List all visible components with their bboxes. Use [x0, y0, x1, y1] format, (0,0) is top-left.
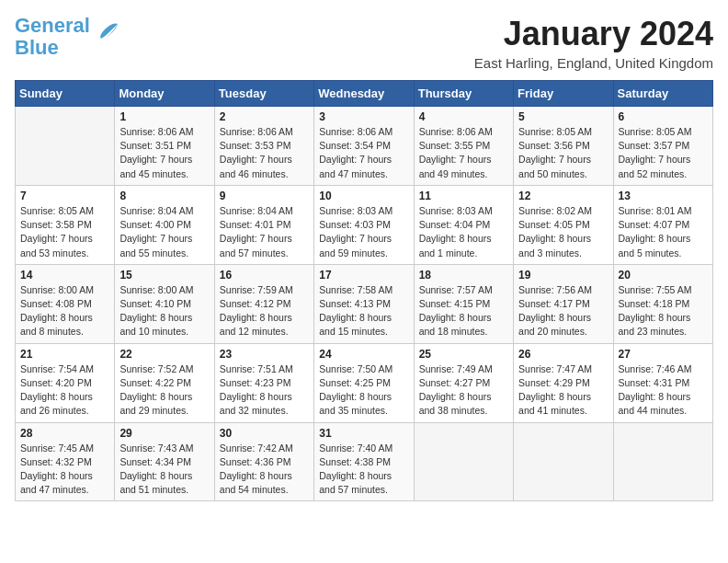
- day-info: Sunrise: 8:02 AMSunset: 4:05 PMDaylight:…: [518, 204, 608, 260]
- day-info: Sunrise: 7:47 AMSunset: 4:29 PMDaylight:…: [518, 362, 608, 419]
- day-number: 19: [518, 269, 608, 282]
- logo-bird-icon: [92, 20, 121, 46]
- table-row: 31 Sunrise: 7:40 AMSunset: 4:38 PMDaylig…: [314, 422, 414, 501]
- table-row: 6 Sunrise: 8:05 AMSunset: 3:57 PMDayligh…: [613, 107, 712, 186]
- table-row: 26 Sunrise: 7:47 AMSunset: 4:29 PMDaylig…: [514, 343, 613, 422]
- day-info: Sunrise: 8:00 AMSunset: 4:08 PMDaylight:…: [20, 283, 109, 339]
- day-info: Sunrise: 7:46 AMSunset: 4:31 PMDaylight:…: [619, 362, 708, 419]
- logo-text: GeneralBlue: [15, 15, 90, 59]
- day-info: Sunrise: 8:06 AMSunset: 3:53 PMDaylight:…: [220, 125, 309, 181]
- day-number: 29: [119, 427, 209, 440]
- col-sunday: Sunday: [16, 81, 115, 107]
- table-row: 19 Sunrise: 7:56 AMSunset: 4:17 PMDaylig…: [514, 264, 613, 343]
- day-info: Sunrise: 8:05 AMSunset: 3:56 PMDaylight:…: [518, 125, 608, 181]
- table-row: [514, 422, 613, 501]
- col-wednesday: Wednesday: [314, 81, 414, 107]
- day-info: Sunrise: 8:04 AMSunset: 4:01 PMDaylight:…: [220, 204, 309, 260]
- col-saturday: Saturday: [613, 81, 712, 107]
- table-row: 27 Sunrise: 7:46 AMSunset: 4:31 PMDaylig…: [613, 343, 712, 422]
- day-info: Sunrise: 8:03 AMSunset: 4:03 PMDaylight:…: [319, 204, 408, 260]
- day-info: Sunrise: 8:05 AMSunset: 3:57 PMDaylight:…: [619, 125, 708, 181]
- day-info: Sunrise: 7:50 AMSunset: 4:25 PMDaylight:…: [319, 362, 408, 419]
- calendar-week-row: 7 Sunrise: 8:05 AMSunset: 3:58 PMDayligh…: [16, 185, 713, 264]
- day-number: 25: [419, 348, 508, 361]
- day-info: Sunrise: 8:06 AMSunset: 3:51 PMDaylight:…: [119, 125, 209, 181]
- day-info: Sunrise: 7:43 AMSunset: 4:34 PMDaylight:…: [119, 442, 209, 498]
- day-number: 3: [319, 110, 408, 123]
- day-number: 9: [220, 190, 309, 202]
- table-row: 3 Sunrise: 8:06 AMSunset: 3:54 PMDayligh…: [314, 107, 414, 186]
- table-row: 9 Sunrise: 8:04 AMSunset: 4:01 PMDayligh…: [214, 185, 313, 264]
- table-row: 7 Sunrise: 8:05 AMSunset: 3:58 PMDayligh…: [16, 185, 115, 264]
- day-number: 30: [220, 427, 309, 440]
- table-row: 30 Sunrise: 7:42 AMSunset: 4:36 PMDaylig…: [214, 422, 313, 501]
- table-row: 1 Sunrise: 8:06 AMSunset: 3:51 PMDayligh…: [115, 107, 214, 186]
- table-row: 5 Sunrise: 8:05 AMSunset: 3:56 PMDayligh…: [514, 107, 613, 186]
- day-number: 24: [319, 348, 408, 361]
- day-number: 8: [119, 190, 209, 202]
- col-friday: Friday: [514, 81, 613, 107]
- day-info: Sunrise: 7:58 AMSunset: 4:13 PMDaylight:…: [319, 283, 408, 339]
- col-monday: Monday: [115, 81, 214, 107]
- day-number: 2: [220, 110, 309, 123]
- calendar-week-row: 28 Sunrise: 7:45 AMSunset: 4:32 PMDaylig…: [16, 422, 713, 501]
- day-number: 21: [20, 348, 109, 361]
- day-info: Sunrise: 7:45 AMSunset: 4:32 PMDaylight:…: [20, 442, 109, 498]
- calendar-table: Sunday Monday Tuesday Wednesday Thursday…: [15, 80, 713, 501]
- calendar-week-row: 21 Sunrise: 7:54 AMSunset: 4:20 PMDaylig…: [16, 343, 713, 422]
- day-number: 20: [619, 269, 708, 282]
- day-info: Sunrise: 7:49 AMSunset: 4:27 PMDaylight:…: [419, 362, 508, 419]
- calendar-header-row: Sunday Monday Tuesday Wednesday Thursday…: [16, 81, 713, 107]
- day-info: Sunrise: 8:03 AMSunset: 4:04 PMDaylight:…: [419, 204, 508, 260]
- table-row: 29 Sunrise: 7:43 AMSunset: 4:34 PMDaylig…: [115, 422, 214, 501]
- calendar-week-row: 14 Sunrise: 8:00 AMSunset: 4:08 PMDaylig…: [16, 264, 713, 343]
- table-row: 2 Sunrise: 8:06 AMSunset: 3:53 PMDayligh…: [214, 107, 313, 186]
- table-row: [613, 422, 712, 501]
- page-container: GeneralBlue January 2024 East Harling, E…: [15, 15, 713, 501]
- table-row: 25 Sunrise: 7:49 AMSunset: 4:27 PMDaylig…: [414, 343, 513, 422]
- table-row: 23 Sunrise: 7:51 AMSunset: 4:23 PMDaylig…: [214, 343, 313, 422]
- day-number: 26: [518, 348, 608, 361]
- table-row: 11 Sunrise: 8:03 AMSunset: 4:04 PMDaylig…: [414, 185, 513, 264]
- col-thursday: Thursday: [414, 81, 513, 107]
- day-info: Sunrise: 7:42 AMSunset: 4:36 PMDaylight:…: [220, 442, 309, 498]
- day-number: 11: [419, 190, 508, 202]
- table-row: 21 Sunrise: 7:54 AMSunset: 4:20 PMDaylig…: [16, 343, 115, 422]
- table-row: 13 Sunrise: 8:01 AMSunset: 4:07 PMDaylig…: [613, 185, 712, 264]
- day-number: 12: [518, 190, 608, 202]
- title-block: January 2024 East Harling, England, Unit…: [474, 15, 713, 71]
- day-info: Sunrise: 7:40 AMSunset: 4:38 PMDaylight:…: [319, 442, 408, 498]
- table-row: 24 Sunrise: 7:50 AMSunset: 4:25 PMDaylig…: [314, 343, 414, 422]
- day-number: 18: [419, 269, 508, 282]
- table-row: 8 Sunrise: 8:04 AMSunset: 4:00 PMDayligh…: [115, 185, 214, 264]
- location: East Harling, England, United Kingdom: [474, 55, 713, 71]
- day-number: 1: [119, 110, 209, 123]
- table-row: 16 Sunrise: 7:59 AMSunset: 4:12 PMDaylig…: [214, 264, 313, 343]
- day-info: Sunrise: 7:56 AMSunset: 4:17 PMDaylight:…: [518, 283, 608, 339]
- day-number: 6: [619, 110, 708, 123]
- table-row: 22 Sunrise: 7:52 AMSunset: 4:22 PMDaylig…: [115, 343, 214, 422]
- day-info: Sunrise: 8:06 AMSunset: 3:55 PMDaylight:…: [419, 125, 508, 181]
- table-row: 20 Sunrise: 7:55 AMSunset: 4:18 PMDaylig…: [613, 264, 712, 343]
- day-info: Sunrise: 7:51 AMSunset: 4:23 PMDaylight:…: [220, 362, 309, 419]
- table-row: 4 Sunrise: 8:06 AMSunset: 3:55 PMDayligh…: [414, 107, 513, 186]
- day-number: 28: [20, 427, 109, 440]
- day-number: 10: [319, 190, 408, 202]
- logo: GeneralBlue: [15, 15, 121, 59]
- day-number: 16: [220, 269, 309, 282]
- day-number: 15: [119, 269, 209, 282]
- day-number: 27: [619, 348, 708, 361]
- day-info: Sunrise: 8:06 AMSunset: 3:54 PMDaylight:…: [319, 125, 408, 181]
- table-row: 17 Sunrise: 7:58 AMSunset: 4:13 PMDaylig…: [314, 264, 414, 343]
- day-info: Sunrise: 7:59 AMSunset: 4:12 PMDaylight:…: [220, 283, 309, 339]
- day-info: Sunrise: 8:05 AMSunset: 3:58 PMDaylight:…: [20, 204, 109, 260]
- day-info: Sunrise: 8:01 AMSunset: 4:07 PMDaylight:…: [619, 204, 708, 260]
- day-number: 17: [319, 269, 408, 282]
- table-row: 15 Sunrise: 8:00 AMSunset: 4:10 PMDaylig…: [115, 264, 214, 343]
- calendar-week-row: 1 Sunrise: 8:06 AMSunset: 3:51 PMDayligh…: [16, 107, 713, 186]
- header: GeneralBlue January 2024 East Harling, E…: [15, 15, 713, 71]
- day-number: 7: [20, 190, 109, 202]
- day-number: 22: [119, 348, 209, 361]
- table-row: 14 Sunrise: 8:00 AMSunset: 4:08 PMDaylig…: [16, 264, 115, 343]
- table-row: [414, 422, 513, 501]
